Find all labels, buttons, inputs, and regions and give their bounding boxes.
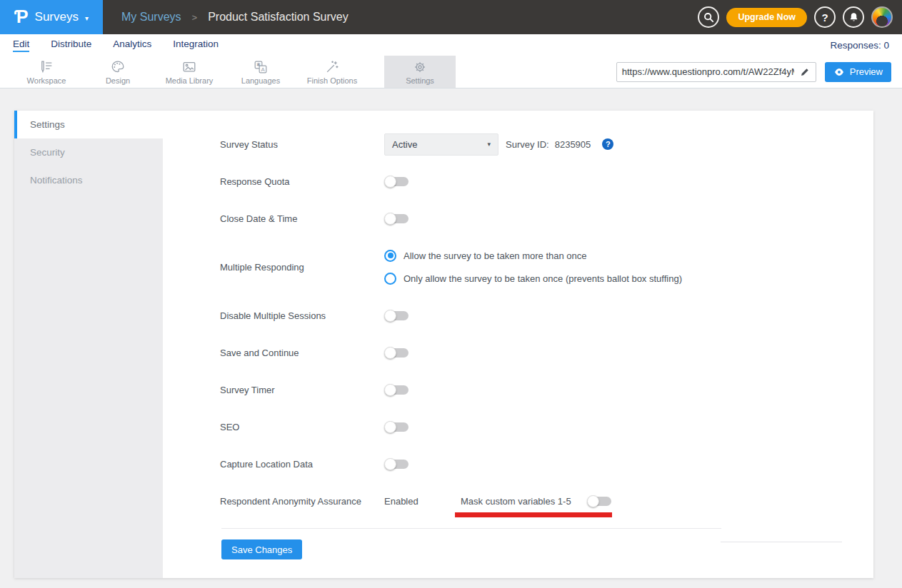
question-mark-icon: ?	[821, 11, 828, 24]
languages-icon: ✱ A	[253, 59, 269, 75]
save-and-continue-label: Save and Continue	[220, 348, 384, 358]
preview-button[interactable]: Preview	[825, 62, 891, 82]
row-survey-timer: Survey Timer	[220, 371, 859, 408]
survey-id-label: Survey ID:	[506, 139, 549, 150]
tab-integration[interactable]: Integration	[173, 39, 219, 52]
chevron-down-icon: ▾	[487, 141, 491, 148]
toggle-knob	[384, 176, 396, 188]
sidebar-item-settings[interactable]: Settings	[14, 111, 163, 138]
sidebar-item-security[interactable]: Security	[14, 138, 163, 166]
survey-id-value: 8235905	[555, 139, 591, 150]
preview-label: Preview	[850, 66, 883, 77]
tab-label: Design	[106, 76, 130, 85]
help-button[interactable]: ?	[814, 6, 836, 28]
seo-label: SEO	[220, 422, 384, 432]
breadcrumb-my-surveys[interactable]: My Surveys	[121, 11, 181, 24]
tab-label: Languages	[241, 76, 280, 85]
sidebar-item-notifications[interactable]: Notifications	[14, 166, 163, 194]
tab-label: Settings	[406, 76, 434, 85]
header-actions: Upgrade Now ?	[698, 6, 902, 28]
save-and-continue-toggle[interactable]	[384, 347, 409, 359]
finish-options-wand-icon	[324, 59, 340, 75]
toolbar-right: Preview	[616, 62, 902, 82]
survey-nav-items: Edit Distribute Analytics Integration	[13, 39, 219, 52]
tab-finish-options[interactable]: Finish Options	[296, 56, 368, 88]
survey-id-help-icon[interactable]: ?	[602, 138, 613, 150]
capture-location-data-toggle[interactable]	[384, 458, 409, 470]
row-seo: SEO	[220, 408, 859, 445]
row-close-date-time: Close Date & Time	[220, 200, 859, 237]
form-divider	[221, 528, 721, 529]
toggle-knob	[587, 495, 599, 507]
breadcrumb-current: Product Satisfaction Survey	[208, 11, 349, 24]
tab-media-library[interactable]: Media Library	[154, 56, 225, 88]
mask-custom-variables-toggle[interactable]	[587, 495, 611, 507]
tab-distribute[interactable]: Distribute	[51, 39, 91, 52]
response-quota-toggle[interactable]	[384, 176, 409, 188]
anonymity-status: Enabled	[384, 496, 461, 507]
survey-url-input[interactable]	[617, 66, 794, 77]
row-disable-multiple-sessions: Disable Multiple Sessions	[220, 297, 859, 334]
media-library-icon	[181, 59, 197, 75]
tab-edit[interactable]: Edit	[13, 39, 29, 52]
product-name: Surveys	[35, 10, 79, 24]
settings-gear-icon	[412, 59, 428, 75]
survey-status-label: Survey Status	[220, 139, 384, 150]
radio-only-once[interactable]	[384, 273, 396, 285]
radio-allow-multiple-label: Allow the survey to be taken more than o…	[404, 250, 587, 261]
survey-timer-label: Survey Timer	[220, 385, 384, 395]
save-changes-button[interactable]: Save Changes	[221, 539, 302, 559]
notifications-button[interactable]	[843, 6, 864, 28]
seo-toggle[interactable]	[384, 421, 409, 433]
respondent-anonymity-label: Respondent Anonymity Assurance	[220, 496, 384, 507]
upgrade-now-button[interactable]: Upgrade Now	[726, 8, 807, 27]
toolbar-tabs: Workspace Design Media Library ✱	[11, 56, 456, 88]
toggle-knob	[384, 458, 396, 470]
card-faint-line	[721, 542, 842, 542]
workspace-icon	[39, 59, 54, 75]
tab-languages[interactable]: ✱ A Languages	[225, 56, 296, 88]
tab-design[interactable]: Design	[82, 56, 154, 88]
avatar[interactable]	[871, 6, 893, 28]
tab-settings[interactable]: Settings	[384, 56, 456, 88]
radio-only-once-label: Only allow the survey to be taken once (…	[404, 273, 682, 284]
toggle-knob	[384, 310, 396, 322]
pencil-icon	[800, 67, 810, 77]
survey-nav: Edit Distribute Analytics Integration Re…	[0, 34, 902, 56]
option-only-once: Only allow the survey to be taken once (…	[384, 267, 682, 290]
breadcrumb: My Surveys > Product Satisfaction Survey	[121, 11, 349, 24]
toggle-knob	[384, 421, 396, 433]
edit-toolbar: Workspace Design Media Library ✱	[0, 56, 902, 88]
capture-location-data-label: Capture Location Data	[220, 459, 384, 470]
disable-multiple-sessions-toggle[interactable]	[384, 310, 409, 322]
toggle-knob	[384, 384, 396, 396]
questionpro-logo-icon: Ƥ	[14, 8, 29, 26]
row-response-quota: Response Quota	[220, 163, 859, 200]
mask-custom-variables-label: Mask custom variables 1-5	[461, 496, 587, 507]
close-date-time-label: Close Date & Time	[220, 213, 384, 224]
disable-multiple-sessions-label: Disable Multiple Sessions	[220, 310, 384, 321]
tab-analytics[interactable]: Analytics	[113, 39, 151, 52]
tab-label: Media Library	[166, 76, 214, 85]
tab-label: Workspace	[27, 76, 66, 85]
top-header: Ƥ Surveys ▾ My Surveys > Product Satisfa…	[0, 0, 902, 34]
row-survey-status: Survey Status Active ▾ Survey ID: 823590…	[220, 126, 859, 163]
multiple-responding-options: Allow the survey to be taken more than o…	[384, 237, 682, 297]
radio-allow-multiple[interactable]	[384, 250, 396, 262]
settings-sidebar: Settings Security Notifications	[14, 111, 163, 578]
product-switcher[interactable]: Ƥ Surveys ▾	[0, 0, 103, 34]
content-area: Settings Security Notifications Survey S…	[0, 88, 902, 578]
toggle-knob	[384, 213, 396, 225]
svg-text:A: A	[261, 66, 265, 72]
row-multiple-responding: Multiple Responding Allow the survey to …	[220, 237, 859, 297]
survey-timer-toggle[interactable]	[384, 384, 409, 396]
tab-workspace[interactable]: Workspace	[11, 56, 82, 88]
edit-url-button[interactable]	[794, 63, 816, 81]
survey-status-value: Active	[392, 139, 417, 150]
toggle-knob	[384, 347, 396, 359]
search-button[interactable]	[698, 6, 719, 28]
survey-status-select[interactable]: Active ▾	[384, 133, 498, 156]
search-icon	[703, 11, 715, 24]
breadcrumb-separator-icon: >	[192, 12, 198, 23]
close-date-time-toggle[interactable]	[384, 213, 409, 225]
